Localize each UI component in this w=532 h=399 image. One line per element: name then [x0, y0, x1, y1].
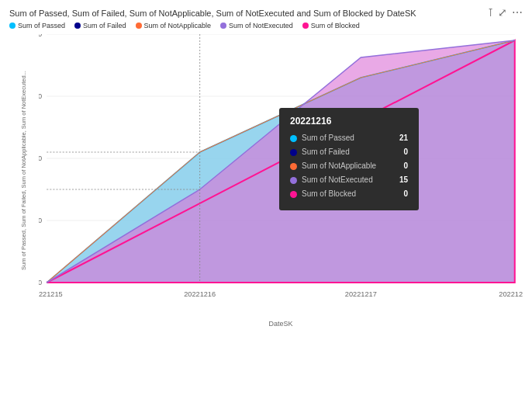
svg-text:20221216: 20221216 — [184, 290, 216, 298]
svg-text:40: 40 — [39, 34, 42, 38]
legend-label-failed: Sum of Failed — [83, 22, 126, 29]
legend-item-notexecuted: Sum of NotExecuted — [220, 22, 293, 29]
chart-inner: 0 10 20 30 40 20221215 20221216 20221217… — [39, 34, 523, 306]
chart-title: Sum of Passed, Sum of Failed, Sum of Not… — [9, 8, 523, 19]
svg-text:20221217: 20221217 — [345, 290, 377, 298]
svg-text:20: 20 — [39, 154, 42, 162]
legend-dot-passed — [9, 23, 16, 29]
legend-label-notexecuted: Sum of NotExecuted — [229, 22, 293, 29]
svg-text:20221218: 20221218 — [499, 290, 523, 298]
chart-area: Sum of Passed, Sum of Failed, Sum of Not… — [9, 34, 523, 329]
legend-item-passed: Sum of Passed — [9, 22, 65, 29]
svg-text:10: 10 — [39, 217, 42, 224]
legend-item-notapplicable: Sum of NotApplicable — [136, 22, 212, 29]
chart-container: ⊺ ⤢ ⋯ Sum of Passed, Sum of Failed, Sum … — [0, 0, 532, 399]
more-icon[interactable]: ⋯ — [512, 6, 523, 19]
svg-text:30: 30 — [39, 92, 42, 100]
y-axis-label: Sum of Passed, Sum of Failed, Sum of Not… — [20, 71, 27, 270]
x-axis-label: DateSK — [268, 320, 292, 328]
expand-icon[interactable]: ⤢ — [498, 6, 507, 19]
svg-text:20221215: 20221215 — [39, 290, 63, 298]
legend-label-blocked: Sum of Blocked — [311, 22, 360, 29]
legend-dot-notapplicable — [136, 23, 142, 29]
toolbar: ⊺ ⤢ ⋯ — [488, 6, 523, 19]
legend-dot-failed — [74, 23, 81, 29]
filter-icon[interactable]: ⊺ — [488, 6, 493, 19]
legend-item-failed: Sum of Failed — [74, 22, 126, 29]
legend: Sum of Passed Sum of Failed Sum of NotAp… — [9, 22, 523, 29]
main-chart-svg: 0 10 20 30 40 20221215 20221216 20221217… — [39, 34, 523, 306]
svg-text:0: 0 — [39, 279, 42, 286]
legend-item-blocked: Sum of Blocked — [302, 22, 360, 29]
legend-label-notapplicable: Sum of NotApplicable — [144, 22, 212, 29]
legend-label-passed: Sum of Passed — [18, 22, 65, 29]
legend-dot-notexecuted — [220, 23, 226, 29]
legend-dot-blocked — [302, 23, 309, 29]
